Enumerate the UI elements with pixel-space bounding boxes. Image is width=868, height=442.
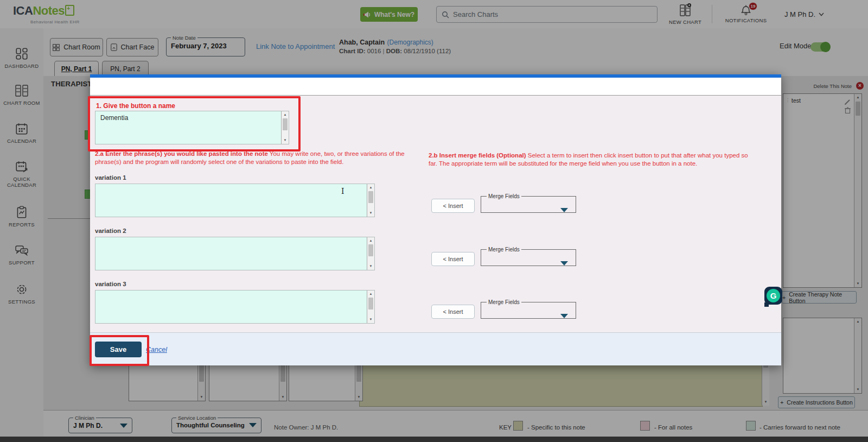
dropdown-arrow-icon [560,261,568,266]
insert-button-2[interactable]: < Insert [431,252,475,266]
scroll-down-icon[interactable]: ▼ [367,210,374,216]
variation-1-textarea[interactable]: ▲ ▼ [95,184,375,217]
variation-2-label: variation 2 [95,228,126,234]
variation-1-label: variation 1 [95,174,126,181]
grammarly-icon: G [767,289,780,302]
scroll-up-icon[interactable]: ▲ [367,185,374,191]
dropdown-arrow-icon [560,314,568,318]
merge-fields-select-3[interactable]: Merge Fields [481,299,576,319]
variation-2-textarea[interactable]: ▲ ▼ [95,237,375,270]
text-cursor: I [341,187,344,195]
grammarly-badge[interactable]: G [764,287,782,305]
insert-button-1[interactable]: < Insert [431,199,475,213]
scroll-down-icon[interactable]: ▼ [367,317,374,323]
modal-header-band [90,78,781,96]
step2b-instructions: 2.b Insert merge fields (Optional) Selec… [429,151,757,168]
scroll-down-icon[interactable]: ▼ [367,263,374,269]
merge-fields-select-1[interactable]: Merge Fields [481,193,576,213]
grammarly-badge-tail [764,302,769,307]
scroll-up-icon[interactable]: ▲ [367,291,374,297]
variation-3-label: variation 3 [95,281,126,287]
annotation-box-save [90,335,149,366]
annotation-box-step1 [88,96,301,151]
scroll-up-icon[interactable]: ▲ [367,238,374,244]
step2a-instructions: 2.a Enter the phrase(s) you would like p… [95,150,420,166]
variation-3-textarea[interactable]: ▲ ▼ [95,290,375,324]
insert-button-3[interactable]: < Insert [431,305,475,319]
app-screen: ICANotes+ Behavioral Health EHR What's N… [0,0,868,442]
merge-fields-select-2[interactable]: Merge Fields [481,247,576,266]
modal-footer [90,332,781,365]
dropdown-arrow-icon [560,208,568,212]
